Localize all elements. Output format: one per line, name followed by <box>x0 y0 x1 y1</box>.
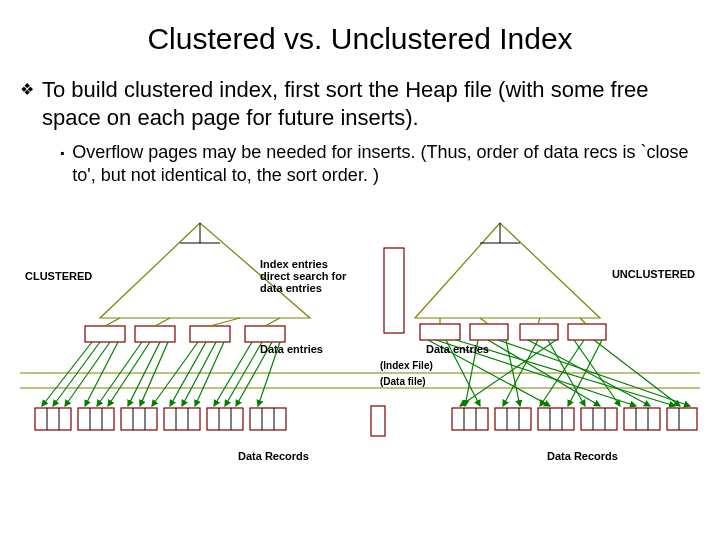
bullet-diamond-icon: ❖ <box>20 80 34 99</box>
svg-rect-7 <box>85 326 125 342</box>
svg-line-22 <box>580 318 586 324</box>
bullet-level2: ▪ Overflow pages may be needed for inser… <box>60 141 700 188</box>
svg-rect-27 <box>121 408 157 430</box>
data-records-right-label: Data Records <box>547 450 618 462</box>
svg-rect-10 <box>245 326 285 342</box>
bullet-level1: ❖ To build clustered index, first sort t… <box>20 76 700 131</box>
data-entries-left-label: Data entries <box>260 343 323 355</box>
svg-rect-46 <box>538 408 574 430</box>
index-file-label: (Index File) <box>380 360 433 371</box>
svg-rect-48 <box>624 408 660 430</box>
svg-line-11 <box>105 318 120 326</box>
svg-line-20 <box>480 318 488 324</box>
svg-rect-26 <box>78 408 114 430</box>
index-entries-label: Index entries direct search for data ent… <box>260 258 380 294</box>
svg-rect-17 <box>520 324 558 340</box>
svg-rect-30 <box>250 408 286 430</box>
svg-line-14 <box>265 318 280 326</box>
svg-line-61 <box>42 342 92 406</box>
svg-rect-25 <box>35 408 71 430</box>
svg-line-12 <box>155 318 170 326</box>
svg-line-74 <box>225 342 262 406</box>
svg-line-64 <box>85 342 118 406</box>
svg-line-21 <box>538 318 540 324</box>
svg-rect-18 <box>568 324 606 340</box>
svg-rect-9 <box>190 326 230 342</box>
clustered-label: CLUSTERED <box>25 270 92 282</box>
svg-rect-31 <box>371 406 385 436</box>
svg-rect-29 <box>207 408 243 430</box>
slide-title: Clustered vs. Unclustered Index <box>20 22 700 56</box>
bullet2-text: Overflow pages may be needed for inserts… <box>72 141 700 188</box>
index-diagram: CLUSTERED UNCLUSTERED Index entries dire… <box>20 188 700 488</box>
svg-rect-45 <box>495 408 531 430</box>
bullet-square-icon: ▪ <box>60 146 64 160</box>
svg-line-62 <box>53 342 100 406</box>
svg-rect-49 <box>667 408 697 430</box>
data-entries-right-label: Data entries <box>426 343 489 355</box>
svg-rect-47 <box>581 408 617 430</box>
unclustered-label: UNCLUSTERED <box>612 268 695 280</box>
svg-rect-28 <box>164 408 200 430</box>
data-file-label: (Data file) <box>380 376 426 387</box>
data-records-left-label: Data Records <box>238 450 309 462</box>
svg-marker-3 <box>415 223 600 318</box>
bullet1-text: To build clustered index, first sort the… <box>42 76 700 131</box>
svg-line-13 <box>210 318 240 326</box>
svg-rect-44 <box>452 408 488 430</box>
svg-rect-16 <box>470 324 508 340</box>
svg-rect-8 <box>135 326 175 342</box>
diagram-svg <box>20 188 700 488</box>
slide: Clustered vs. Unclustered Index ❖ To bui… <box>0 22 720 540</box>
svg-rect-15 <box>420 324 460 340</box>
svg-rect-6 <box>384 248 404 333</box>
